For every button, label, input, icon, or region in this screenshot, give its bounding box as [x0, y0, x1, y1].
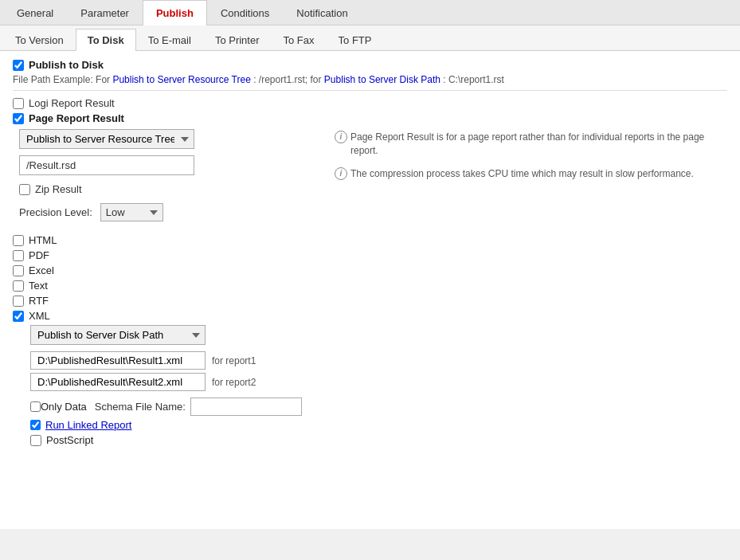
format-xml-label[interactable]: XML: [29, 310, 50, 322]
run-linked-row: Run Linked Report: [30, 419, 727, 431]
run-linked-label[interactable]: Run Linked Report: [45, 419, 131, 431]
format-xml-checkbox[interactable]: [13, 311, 24, 322]
info-text-2: The compression process takes CPU time w…: [350, 167, 694, 181]
page-report-row: Page Report Result: [13, 112, 727, 124]
hint-tree: Publish to Server Resource Tree: [112, 74, 250, 85]
format-list: HTML PDF Excel Text RTF XML: [13, 234, 727, 322]
file-path-hint: File Path Example: For Publish to Server…: [13, 74, 727, 91]
xml-path-row-1: for report1: [30, 351, 727, 370]
xml-path-input-2[interactable]: [30, 373, 206, 391]
tab-to-ftp[interactable]: To FTP: [327, 29, 384, 51]
schema-file-name-label: Schema File Name:: [95, 401, 186, 413]
precision-row: Precision Level: Low Medium High: [19, 203, 322, 221]
tab-to-printer[interactable]: To Printer: [203, 29, 272, 51]
only-data-row: Only Data Schema File Name:: [30, 397, 727, 416]
info-icon-1: i: [335, 131, 347, 143]
left-col: Publish to Server Resource Tree Publish …: [19, 129, 322, 228]
run-linked-checkbox[interactable]: [30, 420, 41, 430]
format-html-row: HTML: [13, 234, 727, 246]
xml-path-row-2: for report2: [30, 373, 727, 391]
precision-select[interactable]: Low Medium High: [100, 203, 163, 221]
tab-parameter[interactable]: Parameter: [67, 0, 143, 25]
format-pdf-checkbox[interactable]: [13, 250, 24, 261]
xml-publish-dropdown[interactable]: Publish to Server Disk Path Publish to S…: [30, 325, 206, 345]
page-report-settings: Publish to Server Resource Tree Publish …: [13, 129, 727, 228]
logi-report-label[interactable]: Logi Report Result: [29, 97, 115, 109]
format-pdf-label[interactable]: PDF: [29, 249, 49, 261]
hint-mid: : /report1.rst; for: [253, 74, 321, 85]
hint-prefix: File Path Example: For: [13, 74, 110, 85]
format-text-label[interactable]: Text: [29, 280, 48, 292]
right-col: i Page Report Result is for a page repor…: [335, 129, 727, 228]
only-data-label[interactable]: Only Data: [41, 401, 87, 413]
publish-to-disk-checkbox[interactable]: [13, 60, 24, 71]
tab-to-disk[interactable]: To Disk: [76, 29, 136, 51]
page-report-label[interactable]: Page Report Result: [29, 112, 124, 124]
format-excel-checkbox[interactable]: [13, 265, 24, 276]
tab-to-version[interactable]: To Version: [3, 29, 76, 51]
tab-to-fax[interactable]: To Fax: [272, 29, 327, 51]
format-html-label[interactable]: HTML: [29, 234, 57, 246]
format-text-checkbox[interactable]: [13, 280, 24, 292]
logi-report-row: Logi Report Result: [13, 97, 727, 109]
info-text-1: Page Report Result is for a page report …: [350, 131, 727, 158]
info-row-1: i Page Report Result is for a page repor…: [335, 131, 727, 158]
only-data-checkbox[interactable]: [30, 401, 41, 412]
hint-suffix: : C:\report1.rst: [443, 74, 504, 85]
zip-result-row: Zip Result: [19, 183, 322, 195]
publish-to-disk-label[interactable]: Publish to Disk: [29, 59, 104, 71]
format-xml-row: XML: [13, 310, 727, 322]
page-report-publish-dropdown[interactable]: Publish to Server Resource Tree Publish …: [19, 129, 194, 149]
top-tab-bar: General Parameter Publish Conditions Not…: [0, 0, 740, 25]
xml-for-label-2: for report2: [212, 377, 256, 388]
tab-general[interactable]: General: [3, 0, 67, 25]
xml-path-input-1[interactable]: [30, 351, 206, 370]
format-text-row: Text: [13, 280, 727, 292]
tab-to-email[interactable]: To E-mail: [136, 29, 203, 51]
publish-to-disk-row: Publish to Disk: [13, 59, 727, 71]
second-tab-bar: To Version To Disk To E-mail To Printer …: [0, 25, 740, 51]
tab-notification[interactable]: Notification: [283, 0, 361, 25]
zip-result-checkbox[interactable]: [19, 184, 30, 195]
format-html-checkbox[interactable]: [13, 235, 24, 246]
xml-subsection: Publish to Server Disk Path Publish to S…: [30, 325, 727, 446]
page-report-checkbox[interactable]: [13, 113, 24, 124]
precision-label: Precision Level:: [19, 206, 92, 218]
hint-disk: Publish to Server Disk Path: [324, 74, 440, 85]
info-row-2: i The compression process takes CPU time…: [335, 167, 727, 181]
tab-conditions[interactable]: Conditions: [207, 0, 283, 25]
postscript-row: PostScript: [30, 434, 727, 446]
postscript-checkbox[interactable]: [30, 435, 41, 446]
format-rtf-label[interactable]: RTF: [29, 295, 49, 307]
postscript-label[interactable]: PostScript: [46, 434, 93, 446]
format-rtf-row: RTF: [13, 295, 727, 307]
tab-publish[interactable]: Publish: [143, 0, 207, 25]
format-excel-row: Excel: [13, 264, 727, 276]
format-excel-label[interactable]: Excel: [29, 264, 54, 276]
info-icon-2: i: [335, 167, 347, 180]
zip-result-label[interactable]: Zip Result: [35, 183, 82, 195]
logi-report-checkbox[interactable]: [13, 98, 24, 109]
format-rtf-checkbox[interactable]: [13, 296, 24, 307]
main-content: Publish to Disk File Path Example: For P…: [0, 51, 740, 529]
format-pdf-row: PDF: [13, 249, 727, 261]
xml-for-label-1: for report1: [212, 355, 256, 366]
schema-file-name-input[interactable]: [190, 397, 302, 416]
page-report-path-input[interactable]: [19, 155, 194, 175]
